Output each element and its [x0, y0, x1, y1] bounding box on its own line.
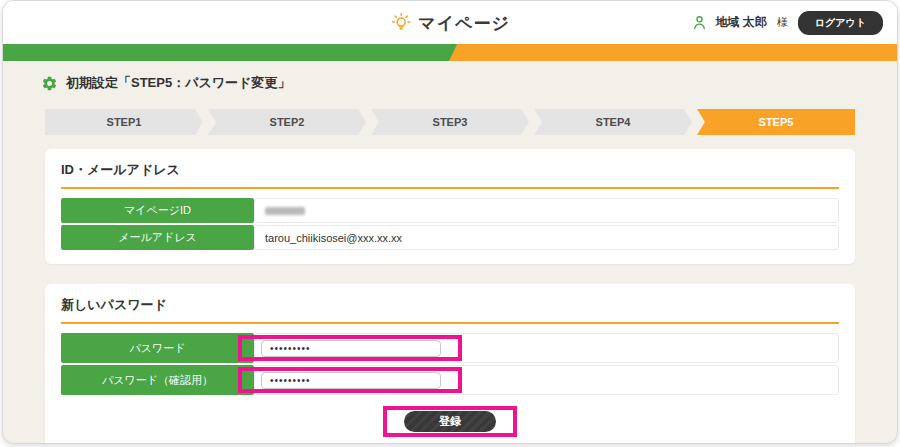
step-2: STEP2	[208, 109, 366, 135]
submit-row: 登録	[61, 406, 839, 437]
mypage-id-label: マイページID	[61, 198, 254, 223]
email-value: tarou_chiikisosei@xxx.xx.xx	[265, 232, 402, 244]
user-name: 地域 太郎	[715, 14, 766, 31]
step-progress-bar: STEP1 STEP2 STEP3 STEP4 STEP5	[45, 109, 855, 135]
header: マイページ 地域 太郎 様 ログアウト	[3, 1, 897, 44]
password-label: パスワード	[61, 333, 254, 363]
table-row-password-confirm: パスワード（確認用）	[61, 365, 839, 395]
user-area: 地域 太郎 様 ログアウト	[691, 11, 883, 35]
mypage-id-redacted-value	[265, 207, 305, 215]
mypage-window: マイページ 地域 太郎 様 ログアウト 初期設定「STEP5：パスワード変更」	[2, 0, 898, 444]
email-value-cell: tarou_chiikisosei@xxx.xx.xx	[254, 225, 839, 250]
page-title-row: 初期設定「STEP5：パスワード変更」	[41, 73, 855, 93]
gear-icon	[41, 75, 58, 92]
password-table: パスワード パスワード（確認用）	[61, 333, 839, 395]
email-label: メールアドレス	[61, 225, 254, 250]
logout-button[interactable]: ログアウト	[798, 11, 883, 35]
page-title-logo-text: マイページ	[418, 11, 510, 34]
site-logo: マイページ	[390, 11, 510, 34]
annotation-box-submit-button: 登録	[383, 406, 517, 437]
step-3: STEP3	[371, 109, 529, 135]
step-4: STEP4	[534, 109, 692, 135]
table-row-password: パスワード	[61, 333, 839, 363]
accent-bar	[3, 44, 897, 61]
password-confirm-value-cell	[254, 365, 839, 395]
new-password-section-title: 新しいパスワード	[61, 296, 839, 324]
mypage-id-value-cell	[254, 198, 839, 223]
page-title: 初期設定「STEP5：パスワード変更」	[66, 74, 290, 92]
user-honorific: 様	[777, 15, 788, 30]
accent-bar-green-segment	[3, 44, 897, 61]
step-5-active: STEP5	[697, 109, 855, 135]
password-input[interactable]	[261, 340, 441, 357]
id-email-card: ID・メールアドレス マイページID メールアドレス tarou_chiikis…	[45, 149, 855, 264]
step-1: STEP1	[45, 109, 203, 135]
register-submit-button[interactable]: 登録	[404, 411, 496, 432]
user-icon	[691, 14, 708, 31]
table-row-email: メールアドレス tarou_chiikisosei@xxx.xx.xx	[61, 225, 839, 250]
main-content: 初期設定「STEP5：パスワード変更」 STEP1 STEP2 STEP3 ST…	[3, 61, 897, 444]
new-password-card: 新しいパスワード パスワード パスワード（確認用）	[45, 284, 855, 444]
table-row-mypage-id: マイページID	[61, 198, 839, 223]
id-email-table: マイページID メールアドレス tarou_chiikisosei@xxx.xx…	[61, 198, 839, 250]
password-confirm-input[interactable]	[261, 372, 441, 389]
password-value-cell	[254, 333, 839, 363]
id-email-section-title: ID・メールアドレス	[61, 161, 839, 189]
lightbulb-icon	[390, 12, 412, 34]
password-confirm-label: パスワード（確認用）	[61, 365, 254, 395]
